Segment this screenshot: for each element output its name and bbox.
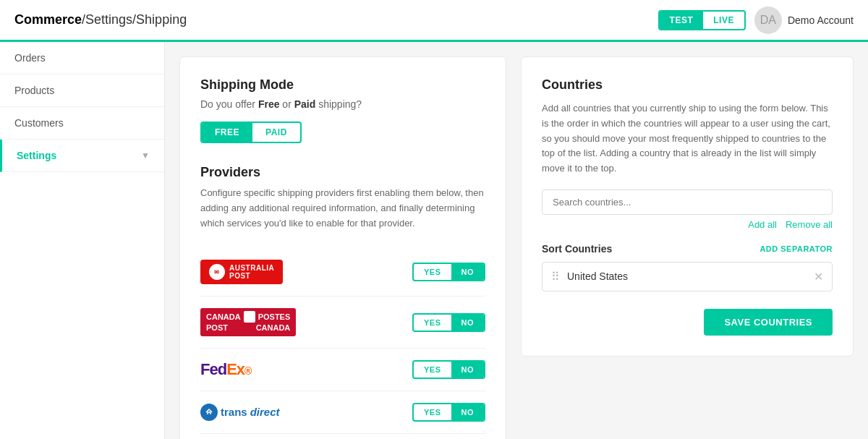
save-countries-area: SAVE COUNTRIES <box>542 303 833 336</box>
save-countries-button[interactable]: SAVE COUNTRIES <box>704 309 833 336</box>
breadcrumb: Commerce/Settings/Shipping <box>14 12 187 27</box>
shipping-panel: Shipping Mode Do you offer Free or Paid … <box>179 56 506 439</box>
add-separator-button[interactable]: ADD SEPARATOR <box>760 244 833 253</box>
sidebar-item-customers[interactable]: Customers <box>0 107 164 140</box>
country-row-left: ⠿ United States <box>551 270 628 284</box>
main-content: Shipping Mode Do you offer Free or Paid … <box>165 42 868 439</box>
auspost-yes-button[interactable]: YES <box>414 264 451 280</box>
countries-links: Add all Remove all <box>542 219 833 230</box>
fedex-logo-text: FedEx® <box>200 360 251 379</box>
canadapost-logo-badge: CANADA POSTES POST CANADA <box>200 308 296 336</box>
shipping-mode-section: Shipping Mode Do you offer Free or Paid … <box>200 77 485 143</box>
breadcrumb-path: Settings/Shipping <box>85 12 187 27</box>
countries-desc: Add all countries that you currently shi… <box>542 101 833 176</box>
fedex-toggle: YES NO <box>412 360 485 379</box>
auspost-logo: ✉ AUSTRALIAPOST <box>200 260 316 284</box>
country-row-us: ⠿ United States ✕ <box>542 262 833 291</box>
providers-title: Providers <box>200 165 485 180</box>
maple-leaf-icon <box>244 311 255 323</box>
sidebar-products-label: Products <box>14 85 54 96</box>
sort-countries-header: Sort Countries ADD SEPARATOR <box>542 243 833 255</box>
provider-row-usps: UNITED STATESPOSTAL SERVICE YES NO <box>200 434 485 439</box>
add-all-link[interactable]: Add all <box>748 219 777 230</box>
drag-handle-icon[interactable]: ⠿ <box>551 270 560 284</box>
shipping-mode-desc: Do you offer Free or Paid shipping? <box>200 98 485 110</box>
fedex-yes-button[interactable]: YES <box>414 362 451 378</box>
app-layout: Orders Products Customers Settings ▼ Shi… <box>0 42 868 439</box>
sidebar-settings-label: Settings <box>17 150 56 161</box>
paid-toggle-button[interactable]: PAID <box>252 123 300 142</box>
brand-name: Commerce <box>14 12 82 27</box>
auspost-no-button[interactable]: NO <box>451 264 485 280</box>
desc-text-suffix: shipping? <box>315 98 362 110</box>
auspost-toggle: YES NO <box>412 263 485 281</box>
desc-text-middle: or <box>279 98 294 110</box>
sidebar-orders-label: Orders <box>14 52 46 64</box>
account-name: Demo Account <box>788 14 854 26</box>
desc-text-prefix: Do you offer <box>200 98 258 110</box>
sidebar-item-settings[interactable]: Settings ▼ <box>0 140 164 172</box>
country-name-us: United States <box>567 270 628 282</box>
fedex-logo: FedEx® <box>200 360 316 379</box>
transdirect-logo: transdirect <box>200 404 316 421</box>
env-test-button[interactable]: TEST <box>660 12 704 29</box>
auspost-text: AUSTRALIAPOST <box>229 264 274 280</box>
transdirect-svg <box>204 407 214 417</box>
topbar-right: TEST LIVE DA Demo Account <box>658 7 854 34</box>
transdirect-no-button[interactable]: NO <box>451 404 485 420</box>
sort-title: Sort Countries <box>542 243 612 255</box>
avatar: DA <box>754 7 782 34</box>
canadapost-no-button[interactable]: NO <box>451 315 485 331</box>
sidebar-item-orders[interactable]: Orders <box>0 42 164 74</box>
desc-text-free: Free <box>258 98 280 110</box>
shipping-mode-toggle: FREE PAID <box>200 122 302 143</box>
shipping-mode-title: Shipping Mode <box>200 77 485 93</box>
topbar: Commerce/Settings/Shipping TEST LIVE DA … <box>0 0 868 42</box>
provider-row-fedex: FedEx® YES NO <box>200 349 485 391</box>
countries-title: Countries <box>542 77 833 93</box>
chevron-down-icon: ▼ <box>141 150 150 161</box>
transdirect-icon <box>200 404 218 421</box>
transdirect-toggle: YES NO <box>412 403 485 422</box>
account-area: DA Demo Account <box>754 7 854 34</box>
env-live-button[interactable]: LIVE <box>703 12 744 29</box>
provider-row-auspost: ✉ AUSTRALIAPOST YES NO <box>200 248 485 297</box>
providers-desc: Configure specific shipping providers fi… <box>200 186 485 231</box>
provider-row-canadapost: CANADA POSTES POST CANADA YES N <box>200 297 485 348</box>
desc-text-paid: Paid <box>294 98 316 110</box>
remove-country-button[interactable]: ✕ <box>814 270 823 284</box>
search-countries-input[interactable] <box>542 189 833 215</box>
auspost-logo-badge: ✉ AUSTRALIAPOST <box>200 260 283 284</box>
free-toggle-button[interactable]: FREE <box>202 123 252 142</box>
remove-all-link[interactable]: Remove all <box>786 219 833 230</box>
transdirect-yes-button[interactable]: YES <box>414 404 451 420</box>
sidebar: Orders Products Customers Settings ▼ <box>0 42 165 439</box>
providers-section: Providers Configure specific shipping pr… <box>200 165 485 439</box>
env-toggle: TEST LIVE <box>658 10 746 30</box>
transdirect-logo-text: transdirect <box>200 404 280 421</box>
canadapost-logo: CANADA POSTES POST CANADA <box>200 308 316 336</box>
canadapost-yes-button[interactable]: YES <box>414 315 451 331</box>
sidebar-item-products[interactable]: Products <box>0 74 164 107</box>
sidebar-customers-label: Customers <box>14 117 64 129</box>
provider-row-transdirect: transdirect YES NO <box>200 391 485 434</box>
fedex-no-button[interactable]: NO <box>451 362 485 378</box>
countries-panel: Countries Add all countries that you cur… <box>521 56 854 357</box>
canadapost-toggle: YES NO <box>412 313 485 332</box>
